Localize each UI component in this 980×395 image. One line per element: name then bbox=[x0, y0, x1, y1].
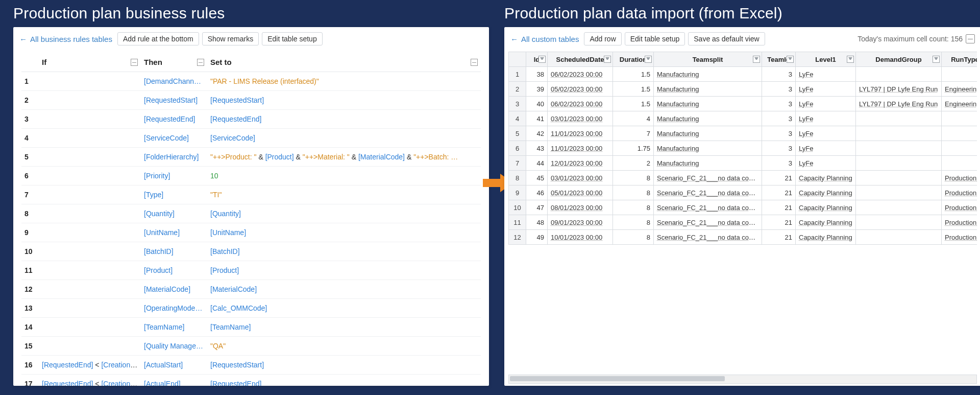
col-then[interactable]: Then bbox=[141, 53, 207, 72]
grid-cell[interactable]: 4 bbox=[613, 111, 654, 126]
rule-row[interactable]: 10[BatchID][BatchID] bbox=[21, 242, 481, 261]
grid-cell[interactable]: 11/01/2023 00:00 bbox=[548, 141, 613, 156]
grid-cell[interactable]: 21 bbox=[762, 215, 796, 230]
rule-then-cell[interactable]: [Product] bbox=[141, 261, 207, 280]
business-rules-table[interactable]: If Then Set to 1[DemandChann…"PAR - LIMS… bbox=[21, 53, 481, 386]
grid-row-number[interactable]: 10 bbox=[509, 200, 526, 215]
grid-cell[interactable]: 41 bbox=[526, 111, 548, 126]
grid-cell[interactable]: Engineering ru bbox=[942, 97, 977, 111]
grid-cell[interactable]: 1.5 bbox=[613, 82, 654, 97]
grid-cell[interactable]: LyFe bbox=[796, 67, 856, 82]
grid-cell[interactable]: Scenario_FC_21___no data constraints bbox=[654, 171, 762, 185]
grid-cell[interactable]: 12/01/2023 00:00 bbox=[548, 156, 613, 171]
grid-row[interactable]: 13806/02/2023 00:001.5Manufacturing3LyFe bbox=[509, 67, 977, 82]
grid-cell[interactable]: 8 bbox=[613, 200, 654, 215]
grid-col-header[interactable]: TeamId bbox=[762, 52, 796, 67]
grid-row-number[interactable]: 3 bbox=[509, 97, 526, 111]
grid-cell[interactable] bbox=[942, 111, 977, 126]
rule-then-cell[interactable]: [ActualEnd] bbox=[141, 375, 207, 386]
rule-if-cell[interactable] bbox=[39, 204, 141, 223]
grid-cell[interactable]: 8 bbox=[613, 215, 654, 230]
grid-cell[interactable]: Capacity Planning bbox=[796, 185, 856, 200]
grid-cell[interactable]: LyFe bbox=[796, 82, 856, 97]
rule-set-cell[interactable]: [ServiceCode] bbox=[207, 129, 481, 148]
grid-cell[interactable]: 05/02/2023 00:00 bbox=[548, 82, 613, 97]
grid-cell[interactable]: 8 bbox=[613, 185, 654, 200]
filter-icon[interactable] bbox=[847, 56, 854, 63]
grid-cell[interactable] bbox=[856, 126, 942, 141]
rule-row[interactable]: 16[RequestedEnd] < [Creation Date][Actua… bbox=[21, 356, 481, 375]
filter-icon[interactable] bbox=[787, 56, 794, 63]
grid-cell[interactable]: 47 bbox=[526, 200, 548, 215]
grid-cell[interactable]: 1.5 bbox=[613, 67, 654, 82]
rule-set-cell[interactable]: [Quantity] bbox=[207, 204, 481, 223]
column-menu-icon[interactable] bbox=[471, 59, 478, 66]
grid-cell[interactable]: 39 bbox=[526, 82, 548, 97]
rule-then-cell[interactable]: [FolderHierarchy] bbox=[141, 148, 207, 167]
grid-cell[interactable]: Production sup bbox=[942, 171, 977, 185]
add-row-button[interactable]: Add row bbox=[584, 32, 621, 45]
rule-if-cell[interactable]: [RequestedEnd] < [Creation Date] bbox=[39, 356, 141, 375]
grid-row[interactable]: 114809/01/2023 00:008Scenario_FC_21___no… bbox=[509, 215, 977, 230]
grid-cell[interactable]: 21 bbox=[762, 185, 796, 200]
grid-col-header[interactable]: Duration bbox=[613, 52, 654, 67]
grid-corner[interactable] bbox=[509, 52, 526, 67]
rule-set-cell[interactable]: [Product] bbox=[207, 261, 481, 280]
rule-set-cell[interactable]: 10 bbox=[207, 167, 481, 185]
grid-row[interactable]: 23905/02/2023 00:001.5Manufacturing3LyFe… bbox=[509, 82, 977, 97]
grid-col-header[interactable]: RunType bbox=[942, 52, 977, 67]
rule-then-cell[interactable]: [TeamName] bbox=[141, 318, 207, 337]
grid-cell[interactable] bbox=[856, 185, 942, 200]
filter-icon[interactable] bbox=[753, 56, 760, 63]
grid-row[interactable]: 44103/01/2023 00:004Manufacturing3LyFe bbox=[509, 111, 977, 126]
rule-set-cell[interactable]: [RequestedEnd] bbox=[207, 375, 481, 386]
grid-cell[interactable]: LyFe bbox=[796, 156, 856, 171]
col-if[interactable]: If bbox=[39, 53, 141, 72]
grid-cell[interactable]: 8 bbox=[613, 171, 654, 185]
grid-cell[interactable]: 06/02/2023 00:00 bbox=[548, 67, 613, 82]
grid-cell[interactable]: 46 bbox=[526, 185, 548, 200]
rule-if-cell[interactable] bbox=[39, 337, 141, 356]
grid-cell[interactable]: Manufacturing bbox=[654, 97, 762, 111]
grid-cell[interactable]: Capacity Planning bbox=[796, 230, 856, 245]
grid-cell[interactable] bbox=[942, 156, 977, 171]
rule-set-cell[interactable]: [Calc_OMMCode] bbox=[207, 299, 481, 318]
grid-row-number[interactable]: 9 bbox=[509, 185, 526, 200]
filter-icon[interactable] bbox=[645, 56, 652, 63]
grid-row[interactable]: 64311/01/2023 00:001.75Manufacturing3LyF… bbox=[509, 141, 977, 156]
grid-cell[interactable] bbox=[856, 67, 942, 82]
grid-cell[interactable]: Production sup bbox=[942, 185, 977, 200]
edit-table-setup-button-right[interactable]: Edit table setup bbox=[625, 32, 685, 45]
grid-col-header[interactable]: Level1 bbox=[796, 52, 856, 67]
show-remarks-button[interactable]: Show remarks bbox=[202, 32, 259, 45]
grid-cell[interactable]: Scenario_FC_21___no data constraints bbox=[654, 185, 762, 200]
grid-cell[interactable]: LyFe bbox=[796, 126, 856, 141]
rule-then-cell[interactable]: [UnitName] bbox=[141, 223, 207, 242]
rule-if-cell[interactable] bbox=[39, 110, 141, 129]
rule-if-cell[interactable] bbox=[39, 167, 141, 185]
grid-cell[interactable]: 10/01/2023 00:00 bbox=[548, 230, 613, 245]
grid-cell[interactable]: 8 bbox=[613, 230, 654, 245]
rule-row[interactable]: 13[OperatingMode…[Calc_OMMCode] bbox=[21, 299, 481, 318]
rule-if-cell[interactable] bbox=[39, 91, 141, 110]
rule-set-cell[interactable]: [RequestedStart] bbox=[207, 91, 481, 110]
rule-set-cell[interactable]: [TeamName] bbox=[207, 318, 481, 337]
grid-cell[interactable]: Capacity Planning bbox=[796, 200, 856, 215]
grid-cell[interactable]: Production sup bbox=[942, 215, 977, 230]
rule-set-cell[interactable]: "++>Product: " & [Product] & "++>Materia… bbox=[207, 148, 481, 167]
grid-cell[interactable]: 3 bbox=[762, 97, 796, 111]
grid-cell[interactable]: 48 bbox=[526, 215, 548, 230]
grid-cell[interactable]: Manufacturing bbox=[654, 111, 762, 126]
grid-cell[interactable]: Capacity Planning bbox=[796, 171, 856, 185]
grid-row-number[interactable]: 1 bbox=[509, 67, 526, 82]
grid-cell[interactable]: Manufacturing bbox=[654, 156, 762, 171]
grid-row[interactable]: 34006/02/2023 00:001.5Manufacturing3LyFe… bbox=[509, 97, 977, 111]
rule-set-cell[interactable]: "PAR - LIMS Release (interfaced)" bbox=[207, 72, 481, 91]
column-menu-icon[interactable] bbox=[197, 59, 204, 66]
rule-if-cell[interactable] bbox=[39, 185, 141, 204]
rule-then-cell[interactable]: [Quantity] bbox=[141, 204, 207, 223]
grid-cell[interactable]: Manufacturing bbox=[654, 67, 762, 82]
rule-row[interactable]: 6[Priority]10 bbox=[21, 167, 481, 185]
grid-cell[interactable]: 7 bbox=[613, 126, 654, 141]
horizontal-scrollbar[interactable] bbox=[508, 375, 977, 384]
